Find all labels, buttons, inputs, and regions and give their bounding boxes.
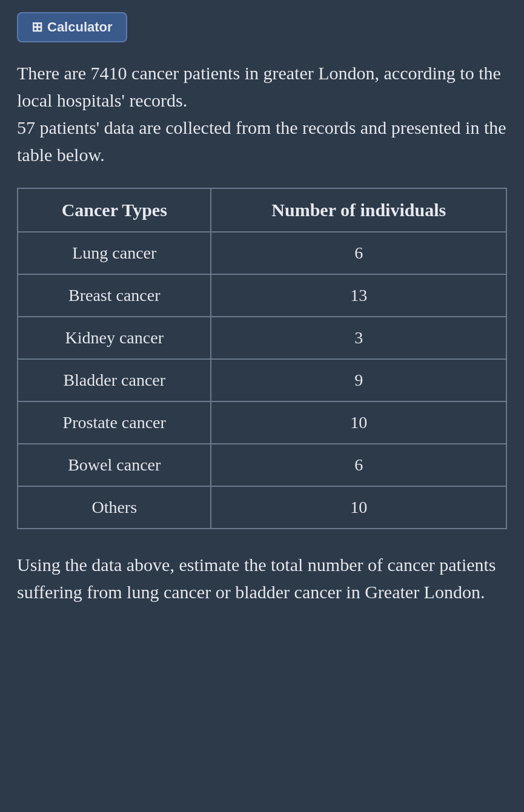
- count-cell: 10: [211, 486, 506, 529]
- table-row: Kidney cancer3: [18, 317, 506, 359]
- cancer-type-cell: Lung cancer: [18, 232, 211, 274]
- intro-line1: There are 7410 cancer patients in greate…: [17, 63, 501, 110]
- intro-paragraph: There are 7410 cancer patients in greate…: [17, 59, 507, 168]
- count-cell: 10: [211, 401, 506, 444]
- count-cell: 9: [211, 359, 506, 401]
- cancer-type-cell: Bladder cancer: [18, 359, 211, 401]
- count-cell: 13: [211, 274, 506, 317]
- col-header-cancer-types: Cancer Types: [18, 188, 211, 232]
- intro-line2: 57 patients' data are collected from the…: [17, 117, 506, 165]
- table-row: Bowel cancer6: [18, 444, 506, 486]
- table-header-row: Cancer Types Number of individuals: [18, 188, 506, 232]
- table-row: Breast cancer13: [18, 274, 506, 317]
- count-cell: 3: [211, 317, 506, 359]
- calculator-label: Calculator: [47, 19, 113, 35]
- cancer-type-cell: Breast cancer: [18, 274, 211, 317]
- table-row: Lung cancer6: [18, 232, 506, 274]
- cancer-type-cell: Others: [18, 486, 211, 529]
- cancer-data-table: Cancer Types Number of individuals Lung …: [17, 188, 507, 529]
- col-header-number: Number of individuals: [211, 188, 506, 232]
- table-row: Bladder cancer9: [18, 359, 506, 401]
- cancer-type-cell: Bowel cancer: [18, 444, 211, 486]
- count-cell: 6: [211, 444, 506, 486]
- cancer-type-cell: Prostate cancer: [18, 401, 211, 444]
- table-row: Others10: [18, 486, 506, 529]
- cancer-type-cell: Kidney cancer: [18, 317, 211, 359]
- table-row: Prostate cancer10: [18, 401, 506, 444]
- calculator-icon: ⊞: [32, 19, 42, 35]
- calculator-button[interactable]: ⊞ Calculator: [17, 12, 127, 42]
- count-cell: 6: [211, 232, 506, 274]
- question-paragraph: Using the data above, estimate the total…: [17, 551, 507, 606]
